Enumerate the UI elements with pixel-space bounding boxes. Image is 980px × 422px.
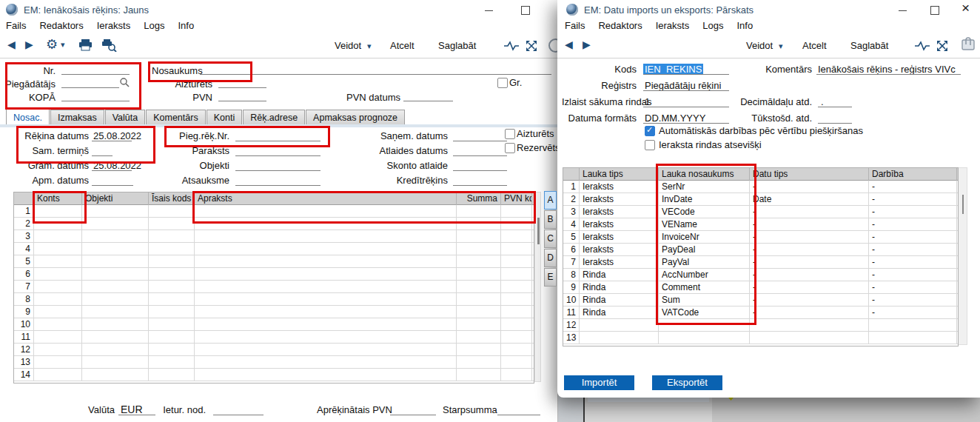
- valuta-value[interactable]: EUR: [121, 403, 143, 415]
- grid-cell[interactable]: -: [869, 269, 957, 281]
- grid-cell[interactable]: VECode: [659, 206, 750, 218]
- sanem-datums-input[interactable]: [453, 141, 507, 141]
- table-row[interactable]: 9: [14, 306, 534, 318]
- menu-item-ieraksts[interactable]: Ieraksts: [97, 20, 131, 34]
- grid-cell[interactable]: Rinda: [580, 307, 659, 319]
- registrs-input[interactable]: [643, 90, 729, 91]
- grid-cell[interactable]: [501, 243, 532, 255]
- paraksts-input[interactable]: [235, 155, 320, 156]
- grid-cell[interactable]: 5: [563, 231, 580, 244]
- side-tab-a[interactable]: A: [544, 191, 557, 210]
- grid-cell[interactable]: [457, 344, 501, 356]
- table-row[interactable]: 8: [14, 293, 534, 306]
- grid-cell[interactable]: [457, 293, 501, 306]
- attachment-icon[interactable]: [960, 37, 976, 52]
- skonto-atlaide-input[interactable]: [453, 170, 507, 171]
- grid-cell[interactable]: [149, 255, 195, 268]
- grid-cell[interactable]: [457, 331, 501, 344]
- grid-cell[interactable]: [34, 369, 82, 381]
- grid-cell[interactable]: 7: [563, 256, 580, 269]
- table-row[interactable]: 11: [14, 331, 534, 344]
- grid-cell[interactable]: [149, 356, 195, 369]
- tukstosd-input[interactable]: [818, 123, 852, 124]
- tab-rek-adrese[interactable]: Rēķ.adrese: [243, 110, 305, 125]
- tab-izmaksas[interactable]: Izmaksas: [50, 110, 104, 125]
- print-preview-icon[interactable]: [101, 39, 118, 52]
- kods-value[interactable]: IEN_REKINS: [643, 64, 703, 75]
- grid-cell[interactable]: -: [869, 307, 957, 319]
- menu-item-logs[interactable]: Logs: [702, 20, 723, 34]
- pieg-rek-nr-input[interactable]: [235, 141, 320, 141]
- grid-cell[interactable]: 2: [14, 218, 34, 230]
- grid-cell[interactable]: -: [750, 206, 869, 218]
- grid-cell[interactable]: [501, 318, 532, 331]
- grid-cell[interactable]: 8: [563, 269, 580, 281]
- grid-cell[interactable]: [82, 230, 149, 243]
- grid-cell[interactable]: PayDeal: [659, 244, 750, 256]
- grid-cell[interactable]: -: [750, 181, 869, 193]
- grid-cell[interactable]: [149, 293, 195, 306]
- activity-icon[interactable]: [914, 41, 930, 51]
- table-row[interactable]: 13: [14, 356, 534, 369]
- back-icon[interactable]: ◀: [7, 38, 16, 50]
- ieraksta-rindas-checkbox[interactable]: [645, 140, 655, 150]
- veidot-button[interactable]: Veidot: [746, 40, 773, 51]
- grid-cell[interactable]: [457, 306, 501, 318]
- grid-cell[interactable]: 7: [14, 281, 34, 293]
- auto-darbibas-checkbox[interactable]: [645, 126, 655, 136]
- grid-cell[interactable]: 4: [563, 218, 580, 231]
- grid-cell[interactable]: -: [750, 218, 869, 231]
- grid-cell[interactable]: Ieraksts: [580, 256, 659, 269]
- tab-konti[interactable]: Konti: [207, 110, 243, 125]
- table-row[interactable]: 2IerakstsInvDateDate-: [563, 193, 958, 206]
- grid-cell[interactable]: [149, 331, 195, 344]
- grid-cell[interactable]: [34, 318, 82, 331]
- grid-cell[interactable]: [501, 356, 532, 369]
- izlaist-input[interactable]: [643, 107, 729, 107]
- rekina-datums-value[interactable]: 25.08.2022: [93, 130, 141, 141]
- grid-cell[interactable]: [501, 369, 532, 381]
- grid-cell[interactable]: [457, 230, 501, 243]
- print-icon[interactable]: [78, 39, 93, 51]
- grid-cell[interactable]: [149, 306, 195, 318]
- grid-cell[interactable]: [34, 293, 82, 306]
- table-row[interactable]: 10RindaSum--: [563, 294, 958, 307]
- grid-cell[interactable]: [195, 268, 457, 281]
- aizturets-input[interactable]: [218, 87, 266, 88]
- menu-item-info[interactable]: Info: [178, 20, 194, 34]
- grid-cell[interactable]: [501, 268, 532, 281]
- table-row[interactable]: 4IerakstsVEName--: [563, 218, 958, 231]
- grid-cell[interactable]: [34, 218, 82, 230]
- grid-cell[interactable]: -: [750, 307, 869, 319]
- grid-cell[interactable]: 8: [14, 293, 34, 306]
- grid-cell[interactable]: [82, 281, 149, 293]
- grid-cell[interactable]: [34, 306, 82, 318]
- grid-cell[interactable]: [195, 306, 457, 318]
- grid-cell[interactable]: 13: [14, 356, 34, 369]
- datuma-value[interactable]: DD.MM.YYYY: [645, 113, 705, 124]
- datuma-input[interactable]: [643, 123, 729, 124]
- grid-cell[interactable]: 6: [563, 244, 580, 256]
- grid-cell[interactable]: [195, 331, 457, 344]
- grid-cell[interactable]: [149, 268, 195, 281]
- grid-cell[interactable]: [82, 218, 149, 230]
- table-row[interactable]: 7: [14, 281, 534, 293]
- veidot-button[interactable]: Veidot: [335, 40, 361, 51]
- menu-item-redaktors[interactable]: Redaktors: [598, 20, 642, 34]
- grid-cell[interactable]: [501, 344, 532, 356]
- grid-cell[interactable]: -: [750, 281, 869, 294]
- grid-cell[interactable]: Ieraksts: [580, 231, 659, 244]
- grid-cell[interactable]: Ieraksts: [580, 218, 659, 231]
- grid-cell[interactable]: 9: [563, 281, 580, 294]
- grid-cell[interactable]: [82, 306, 149, 318]
- valuta-input[interactable]: [118, 415, 155, 415]
- decimal-input[interactable]: [818, 107, 852, 107]
- table-row[interactable]: 6: [14, 268, 534, 281]
- rezervets-checkbox[interactable]: [505, 143, 515, 153]
- grid-cell[interactable]: [149, 243, 195, 255]
- grid-cell[interactable]: [195, 230, 457, 243]
- grid-cell[interactable]: [457, 255, 501, 268]
- side-tab-b[interactable]: B: [544, 210, 557, 229]
- starpsumma-input[interactable]: [497, 415, 540, 415]
- grid-cell[interactable]: [82, 268, 149, 281]
